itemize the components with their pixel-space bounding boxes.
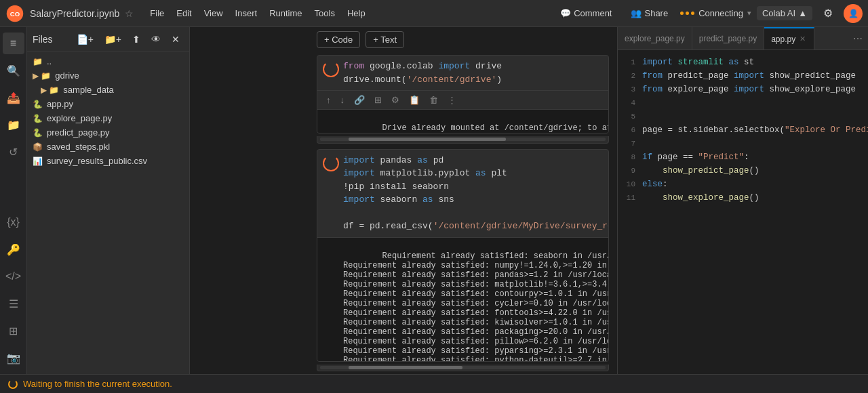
file-toolbar-icons: 📄+ 📁+ ⬆ 👁 ✕ bbox=[73, 32, 184, 47]
line-num-3: 3 bbox=[623, 84, 642, 96]
tree-item-explore-py[interactable]: 🐍 explore_page.py bbox=[27, 111, 189, 125]
cell-1-output: Drive already mounted at /content/gdrive… bbox=[317, 109, 608, 133]
connecting-area[interactable]: Connecting ▾ bbox=[680, 8, 751, 18]
file-tree: 📁 .. ▶ 📁 gdrive ▶ 📁 sample_data 🐍 app.py… bbox=[27, 51, 189, 374]
sidebar-camera-icon[interactable]: 📷 bbox=[3, 347, 24, 369]
file-name[interactable]: SalaryPredictor.ipynb bbox=[30, 8, 119, 19]
sidebar-terminal-icon[interactable]: ⊞ bbox=[3, 320, 24, 342]
editor-tabs: explore_page.py predict_page.py app.py ✕… bbox=[618, 27, 868, 50]
line-code-6: page = st.sidebar.selectbox("Explore Or … bbox=[642, 123, 868, 137]
editor-line-9: 9 show_predict_page() bbox=[618, 164, 868, 178]
code-editor[interactable]: 1 import streamlit as st 2 from predict_… bbox=[618, 50, 868, 374]
cell-2-hscrollbar[interactable] bbox=[317, 365, 609, 371]
conn-dot-3 bbox=[691, 12, 694, 15]
sidebar-upload-icon[interactable]: 📤 bbox=[3, 87, 24, 108]
cell-1-more-icon[interactable]: ⋮ bbox=[444, 94, 460, 106]
sidebar-secrets-icon[interactable]: 🔑 bbox=[3, 239, 24, 260]
tab-explore-page[interactable]: explore_page.py bbox=[618, 27, 692, 49]
sidebar-files-icon[interactable]: ≡ bbox=[3, 33, 24, 54]
menu-view[interactable]: View bbox=[199, 5, 229, 21]
tabs-more-icon[interactable]: ⋯ bbox=[848, 33, 868, 44]
menu-help[interactable]: Help bbox=[342, 5, 371, 21]
file-explore-py-icon: 🐍 bbox=[33, 114, 43, 123]
cell-2: import pandas as pd import matplotlib.py… bbox=[317, 149, 609, 362]
tree-item-app-py[interactable]: 🐍 app.py bbox=[27, 97, 189, 111]
editor-line-8: 8 if page == "Predict": bbox=[618, 150, 868, 164]
tree-item-survey-csv[interactable]: 📊 survey_results_public.csv bbox=[27, 154, 189, 168]
tree-item-dotdot-label: .. bbox=[47, 56, 52, 66]
star-icon[interactable]: ☆ bbox=[125, 8, 134, 19]
tab-predict-page[interactable]: predict_page.py bbox=[692, 27, 764, 49]
cell-1-delete-icon[interactable]: 🗑 bbox=[426, 94, 441, 106]
menu-tools[interactable]: Tools bbox=[309, 5, 340, 21]
colab-ai-label: Colab AI bbox=[762, 8, 795, 18]
editor-line-3: 3 from explore_page import show_explore_… bbox=[618, 83, 868, 96]
share-label: Share bbox=[644, 8, 668, 18]
comment-button[interactable]: 💬 Comment bbox=[553, 5, 618, 21]
cell-1-link-icon[interactable]: 🔗 bbox=[351, 94, 368, 106]
tree-item-sample-data-label: sample_data bbox=[63, 85, 113, 95]
tree-item-survey-csv-label: survey_results_public.csv bbox=[47, 156, 147, 166]
cell-2-hscrollbar-thumb[interactable] bbox=[349, 366, 462, 369]
right-panel: explore_page.py predict_page.py app.py ✕… bbox=[617, 27, 868, 374]
tree-item-dotdot[interactable]: 📁 .. bbox=[27, 54, 189, 68]
editor-line-5: 5 bbox=[618, 110, 868, 123]
tree-item-gdrive[interactable]: ▶ 📁 gdrive bbox=[27, 68, 189, 83]
line-code-7 bbox=[642, 137, 648, 150]
menu-insert[interactable]: Insert bbox=[230, 5, 263, 21]
line-num-1: 1 bbox=[623, 57, 642, 69]
share-button[interactable]: 👥 Share bbox=[624, 5, 675, 21]
line-num-5: 5 bbox=[623, 111, 642, 123]
tab-app-py[interactable]: app.py ✕ bbox=[764, 27, 814, 49]
cell-1-run-button[interactable] bbox=[323, 61, 339, 77]
upload-icon[interactable]: ⬆ bbox=[128, 32, 144, 47]
editor-line-10: 10 else: bbox=[618, 178, 868, 191]
tree-item-predict-py-label: predict_page.py bbox=[47, 127, 110, 138]
colab-ai-button[interactable]: Colab AI ▲ bbox=[757, 6, 812, 20]
cell-1-settings-icon[interactable]: ⚙ bbox=[388, 94, 403, 106]
hide-panel-icon[interactable]: 👁 bbox=[147, 32, 165, 47]
tab-predict-page-label: predict_page.py bbox=[699, 34, 757, 43]
add-cell-bar: + Code + Text bbox=[309, 27, 617, 52]
tree-item-saved-steps-label: saved_steps.pkl bbox=[47, 142, 110, 152]
new-folder-icon[interactable]: 📁+ bbox=[100, 32, 125, 47]
line-code-3: from explore_page import show_explore_pa… bbox=[642, 83, 856, 96]
tree-item-sample-data[interactable]: ▶ 📁 sample_data bbox=[27, 83, 189, 97]
settings-button[interactable]: ⚙ bbox=[818, 4, 838, 22]
sidebar-toc-icon[interactable]: ☰ bbox=[3, 293, 24, 314]
cell-1-hscrollbar[interactable] bbox=[317, 136, 609, 143]
cell-2-run-button[interactable] bbox=[323, 155, 339, 171]
colab-logo-icon: CO bbox=[5, 4, 24, 23]
tab-app-py-close-icon[interactable]: ✕ bbox=[798, 34, 807, 44]
avatar[interactable]: 👤 bbox=[844, 4, 863, 23]
line-num-9: 9 bbox=[623, 165, 642, 178]
connecting-dots bbox=[680, 12, 694, 15]
tree-item-saved-steps[interactable]: 📦 saved_steps.pkl bbox=[27, 140, 189, 154]
close-panel-icon[interactable]: ✕ bbox=[167, 32, 184, 47]
sidebar-icon-rail: ≡ 🔍 📤 📁 ↺ {x} 🔑 </> ☰ ⊞ 📷 bbox=[0, 27, 27, 374]
menu-file[interactable]: File bbox=[144, 5, 170, 21]
new-file-icon[interactable]: 📄+ bbox=[73, 32, 98, 47]
folder-dotdot-icon: 📁 bbox=[33, 57, 43, 66]
menu-edit[interactable]: Edit bbox=[171, 5, 197, 21]
status-spinner-icon bbox=[8, 379, 18, 389]
sidebar-folder-icon[interactable]: 📁 bbox=[3, 114, 24, 136]
tree-item-predict-py[interactable]: 🐍 predict_page.py bbox=[27, 125, 189, 140]
sidebar-refresh-icon[interactable]: ↺ bbox=[3, 141, 24, 163]
cell-1-hscrollbar-thumb[interactable] bbox=[349, 138, 506, 141]
cell-1-code[interactable]: from google.colab import drive drive.mou… bbox=[343, 60, 603, 86]
line-code-2: from predict_page import show_predict_pa… bbox=[642, 69, 856, 83]
cell-1-move-down-icon[interactable]: ↓ bbox=[337, 94, 349, 106]
editor-line-2: 2 from predict_page import show_predict_… bbox=[618, 69, 868, 83]
sidebar-variables-icon[interactable]: {x} bbox=[3, 211, 24, 233]
cell-1-grid-icon[interactable]: ⊞ bbox=[371, 94, 385, 106]
sidebar-search-icon[interactable]: 🔍 bbox=[3, 60, 24, 81]
cell-1-move-up-icon[interactable]: ↑ bbox=[323, 94, 334, 106]
add-code-button[interactable]: + Code bbox=[317, 31, 360, 48]
menu-runtime[interactable]: Runtime bbox=[264, 5, 307, 21]
cell-2-code[interactable]: import pandas as pd import matplotlib.py… bbox=[343, 154, 609, 233]
sidebar-code-snippets-icon[interactable]: </> bbox=[3, 266, 24, 287]
add-text-button[interactable]: + Text bbox=[366, 31, 404, 48]
cell-1-output-text: Drive already mounted at /content/gdrive… bbox=[382, 123, 609, 133]
cell-1-copy-icon[interactable]: 📋 bbox=[406, 94, 423, 106]
